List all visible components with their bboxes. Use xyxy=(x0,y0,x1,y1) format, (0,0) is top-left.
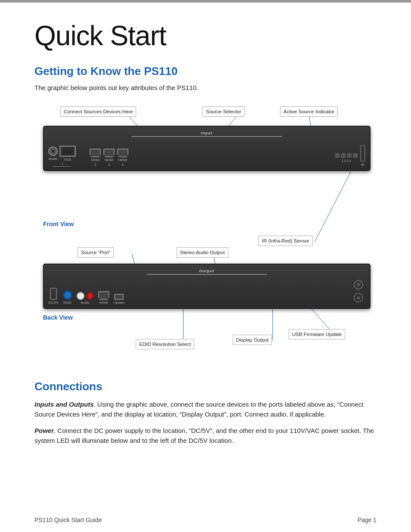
callout-ir-sensor: IR (Infra-Red) Sensor xyxy=(258,236,313,246)
hdmi3-label: HDMI xyxy=(105,158,113,162)
connections-section: Connections Inputs and Outputs. Using th… xyxy=(34,380,377,445)
page-title: Quick Start xyxy=(34,20,377,52)
front-view-label: Front View xyxy=(43,221,74,227)
vga-port-label: VGA xyxy=(64,158,72,162)
edid-label: EDID xyxy=(63,301,72,305)
callout-stereo-audio: Stereo Audio Output xyxy=(177,247,228,258)
numbers-label: 1 2 3 4 xyxy=(342,159,351,162)
callout-source-port: Source “Port” xyxy=(78,247,114,258)
connections-p2: Power. Connect the DC power supply to th… xyxy=(34,426,377,446)
intro-text: The graphic below points out key attribu… xyxy=(34,84,377,91)
callout-display-output: Display Output xyxy=(233,335,272,345)
edid-port xyxy=(63,290,72,300)
update-label: Update xyxy=(114,301,125,305)
hdmi4-port-wrap: HDMI 4 xyxy=(117,149,128,167)
connections-p1-bold: Inputs and Outputs xyxy=(34,401,93,408)
audio-rca-wrap: Audio xyxy=(77,292,94,305)
dc-port-wrap: DC/5V xyxy=(48,288,59,305)
back-view-label: Back View xyxy=(43,314,73,321)
input-label: Input xyxy=(201,131,213,135)
section1-title: Getting to Know the PS110 xyxy=(34,65,377,78)
audio-rca-white xyxy=(77,292,84,300)
right-icons: ⊕ xyxy=(354,280,363,302)
output-label: Output xyxy=(199,269,215,273)
section2-title: Connections xyxy=(34,380,377,393)
ir-label: IR xyxy=(361,163,364,167)
callout-connect-sources: Connect Sources Devices Here xyxy=(60,106,136,117)
edid-port-wrap: EDID xyxy=(63,290,72,305)
front-device: Input Audio VGA xyxy=(43,126,371,171)
callout-edid: EDID Resolution Select xyxy=(136,339,194,349)
connections-p2-text: . Connect the DC power supply to the loc… xyxy=(34,427,374,444)
hdmi2-label: HDMI xyxy=(91,158,100,162)
connections-p2-bold: Power xyxy=(34,427,54,434)
ir-port xyxy=(360,145,365,162)
hdmi2-num: 2 xyxy=(94,163,96,167)
hdmi4-port xyxy=(117,149,128,157)
update-port xyxy=(114,294,124,300)
hdmi-out-label: HDMI xyxy=(99,301,108,305)
hdmi4-label: HDMI xyxy=(118,158,127,162)
footer-right: Page 1 xyxy=(358,516,377,523)
page-container: Quick Start Getting to Know the PS110 Th… xyxy=(0,0,411,532)
hdmi3-num: 3 xyxy=(108,163,110,167)
hdmi2-port-wrap: HDMI 2 xyxy=(90,149,101,167)
hdmi3-port xyxy=(103,149,115,157)
hdmi2-port xyxy=(90,149,101,157)
callout-usb-firmware: USB Firmware Update xyxy=(289,329,345,339)
connections-p1: Inputs and Outputs. Using the graphic ab… xyxy=(34,399,377,420)
footer-left: PS110 Quick Start Guide xyxy=(34,516,102,523)
svg-line-3 xyxy=(314,171,351,242)
audio-port-label: Audio xyxy=(49,157,57,161)
callout-active-source: Active Source Indicator xyxy=(280,106,338,117)
content-area: Quick Start Getting to Know the PS110 Th… xyxy=(0,3,411,464)
ir-port-wrap: IR xyxy=(360,145,365,167)
source-indicators: 1 2 3 4 xyxy=(335,153,358,162)
callout-source-selector: Source Selector xyxy=(202,106,245,117)
diagram-wrapper: Input Audio VGA xyxy=(34,100,377,367)
footer: PS110 Quick Start Guide Page 1 xyxy=(34,516,377,523)
hdmi4-num: 4 xyxy=(122,163,124,167)
vga-port xyxy=(59,146,76,157)
hdmi3-port-wrap: HDMI 3 xyxy=(103,149,115,167)
back-device: Output DC/5V EDID xyxy=(43,264,371,309)
audio-rca-label: Audio xyxy=(81,301,89,305)
dc-label: DC/5V xyxy=(48,301,59,305)
audio-port xyxy=(48,146,58,156)
audio-rca-red xyxy=(86,292,94,300)
update-port-wrap: Update xyxy=(114,294,125,305)
hdmi-out-wrap: HDMI xyxy=(98,291,109,305)
port1-label: 1 xyxy=(62,162,63,165)
hdmi-out-port xyxy=(98,291,109,300)
dc-port xyxy=(50,288,57,300)
